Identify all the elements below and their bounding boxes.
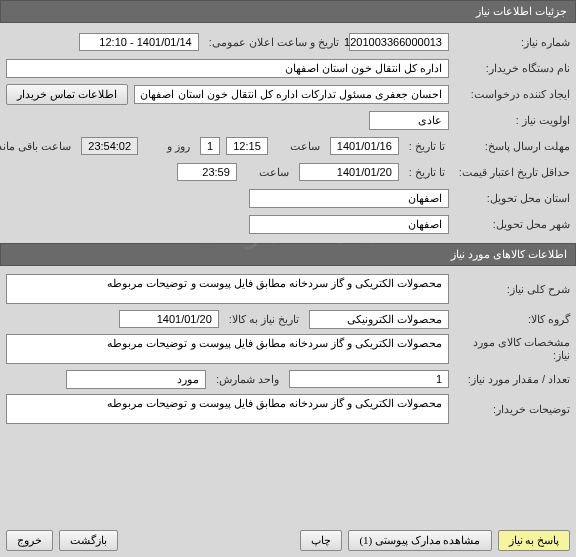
back-button[interactable]: بازگشت	[59, 530, 118, 551]
priority-label: اولویت نیاز :	[455, 114, 570, 127]
days-label: روز و	[144, 140, 194, 153]
to-date-label-2: تا تاریخ :	[405, 166, 449, 179]
announce-label: تاریخ و ساعت اعلان عمومی:	[205, 36, 343, 49]
price-valid-time-field: 23:59	[177, 163, 237, 181]
contact-buyer-button[interactable]: اطلاعات تماس خریدار	[6, 84, 128, 105]
deliver-city-field: اصفهان	[249, 215, 449, 234]
time-label-1: ساعت	[274, 140, 324, 153]
spec-label: مشخصات کالای مورد نیاز:	[455, 336, 570, 362]
need-date-label: تاریخ نیاز به کالا:	[225, 313, 303, 326]
desc-label: شرح کلی نیاز:	[455, 283, 570, 296]
remain-label: ساعت باقی مانده	[0, 140, 75, 153]
countdown-field: 23:54:02	[81, 137, 138, 155]
exit-button[interactable]: خروج	[6, 530, 53, 551]
need-no-field: 1201003366000013	[349, 33, 449, 51]
buyer-label: نام دستگاه خریدار:	[455, 62, 570, 75]
creator-field: احسان جعفری مسئول تدارکات اداره کل انتقا…	[134, 85, 450, 104]
priority-field: عادی	[369, 111, 449, 130]
desc-field: محصولات الکتریکی و گاز سردخانه مطابق فای…	[6, 274, 449, 304]
days-field: 1	[200, 137, 220, 155]
creator-label: ایجاد کننده درخواست:	[455, 88, 570, 101]
deliver-prov-label: استان محل تحویل:	[455, 192, 570, 205]
view-attachments-button[interactable]: مشاهده مدارک پیوستی (1)	[348, 530, 491, 551]
need-no-label: شماره نیاز:	[455, 36, 570, 49]
deliver-city-label: شهر محل تحویل:	[455, 218, 570, 231]
panel-title: جزئیات اطلاعات نیاز	[0, 0, 576, 23]
goods-header: اطلاعات کالاهای مورد نیاز	[0, 243, 576, 266]
reply-button[interactable]: پاسخ به نیاز	[498, 530, 571, 551]
time-label-2: ساعت	[243, 166, 293, 179]
need-date-field: 1401/01/20	[119, 310, 219, 328]
unit-field: مورد	[66, 370, 206, 389]
deadline-time-field: 12:15	[226, 137, 268, 155]
price-valid-label: حداقل تاریخ اعتبار قیمت:	[455, 166, 570, 179]
unit-label: واحد شمارش:	[212, 373, 283, 386]
deadline-date-field: 1401/01/16	[330, 137, 399, 155]
deadline-label: مهلت ارسال پاسخ:	[455, 140, 570, 153]
group-field: محصولات الکترونیکی	[309, 310, 449, 329]
buyer-notes-label: توضیحات خریدار:	[455, 403, 570, 416]
qty-label: تعداد / مقدار مورد نیاز:	[455, 373, 570, 386]
footer-toolbar: پاسخ به نیاز مشاهده مدارک پیوستی (1) چاپ…	[6, 530, 570, 551]
buyer-notes-field: محصولات الکتریکی و گاز سردخانه مطابق فای…	[6, 394, 449, 424]
announce-field: 1401/01/14 - 12:10	[79, 33, 199, 51]
details-panel: شماره نیاز: 1201003366000013 تاریخ و ساع…	[0, 23, 576, 243]
goods-panel: شرح کلی نیاز: محصولات الکتریکی و گاز سرد…	[0, 266, 576, 432]
price-valid-date-field: 1401/01/20	[299, 163, 399, 181]
to-date-label: تا تاریخ :	[405, 140, 449, 153]
qty-field: 1	[289, 370, 449, 388]
buyer-field: اداره کل انتقال خون استان اصفهان	[6, 59, 449, 78]
spec-field: محصولات الکتریکی و گاز سردخانه مطابق فای…	[6, 334, 449, 364]
deliver-prov-field: اصفهان	[249, 189, 449, 208]
group-label: گروه کالا:	[455, 313, 570, 326]
print-button[interactable]: چاپ	[300, 530, 342, 551]
